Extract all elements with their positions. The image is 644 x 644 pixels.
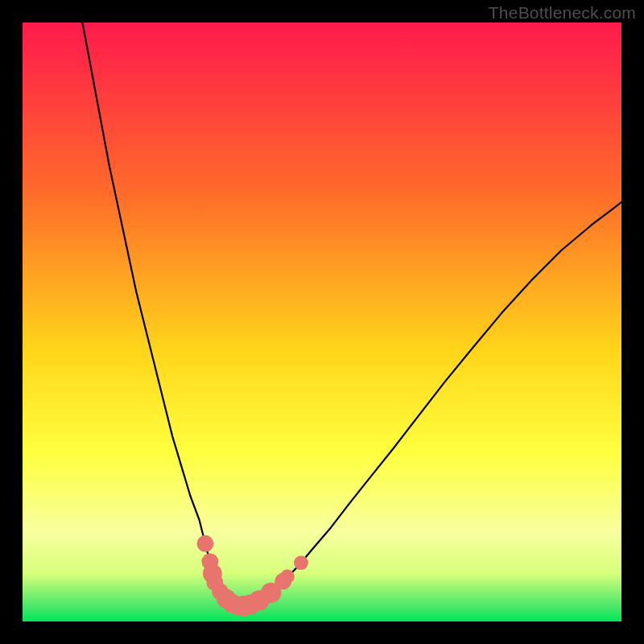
chart-frame: TheBottleneck.com: [0, 0, 644, 644]
marker-dot: [280, 569, 295, 584]
chart-svg: [23, 23, 621, 621]
watermark-text: TheBottleneck.com: [489, 3, 636, 23]
marker-dot: [197, 535, 214, 552]
gradient-background: [23, 23, 621, 621]
marker-dot: [294, 555, 308, 570]
plot-area: [23, 23, 621, 621]
